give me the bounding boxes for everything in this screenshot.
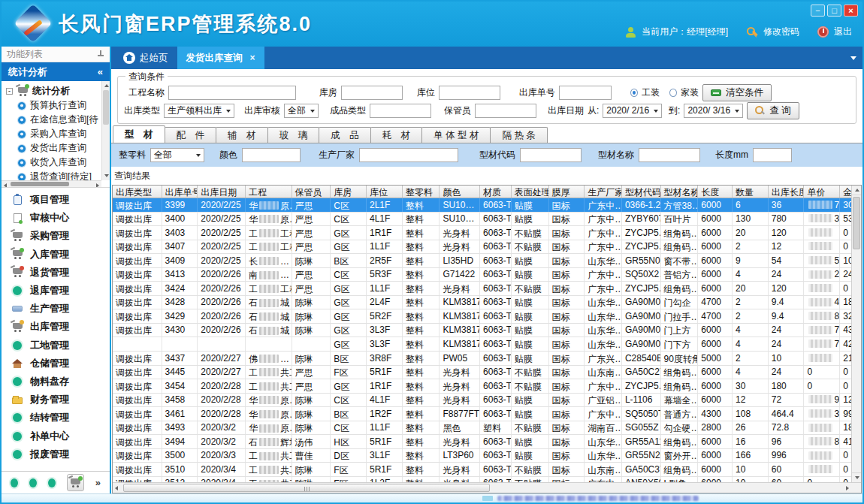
material-tab[interactable]: 型 材 [113,125,165,143]
table-row[interactable]: 调拨出库34942020/3/2石辉城汤伟H区5R1F整料光身料6063-T5贴… [113,435,861,449]
color-input[interactable] [242,148,301,162]
sidebar-item-项目管理[interactable]: 项目管理 [2,191,110,209]
column-header[interactable]: 整零料 [403,186,440,198]
scroll-up-icon[interactable] [855,189,859,192]
profile-name-input[interactable] [639,148,700,162]
table-row[interactable]: 调拨出库34612020/2/28华原…陈琳B区1R2F整料F8877FT606… [113,407,861,421]
column-header[interactable]: 出库单号 [162,186,198,198]
column-header[interactable]: 出库长度 [769,186,805,198]
sidebar-group-header[interactable]: 统计分析 « [2,62,110,81]
date-from-select[interactable]: 2020/ 2/16 [603,104,662,118]
table-vertical-scrollbar[interactable] [851,186,861,482]
change-password-link[interactable]: 修改密码 [763,26,799,38]
material-tab[interactable]: 辅 材 [216,127,268,143]
radio-industrial[interactable] [630,89,638,97]
maker-input[interactable] [359,148,458,162]
material-tab[interactable]: 配 件 [165,127,217,143]
column-header[interactable]: 长度 [698,186,733,198]
dot-icon[interactable] [11,478,18,487]
location-input[interactable] [439,86,500,100]
tree-item[interactable]: 预算执行查询 [6,98,99,113]
product-type-input[interactable] [370,104,431,118]
clear-conditions-button[interactable]: 清空条件 [702,84,772,101]
sidebar-item-入库管理[interactable]: 入库管理 [2,246,110,264]
table-row[interactable]: 调拨出库34372020/2/27佛…陈琳B区3R8F整料PW056063-T5… [113,352,861,366]
date-to-select[interactable]: 2020/ 3/16 [684,104,743,118]
table-row[interactable]: 调拨出库34452020/2/27工共工程严思F区5R1F整料光身料6063-T… [113,366,861,380]
material-tab[interactable]: 隔 热 条 [490,127,547,143]
scrollbar-thumb[interactable] [853,197,860,249]
material-tab[interactable]: 玻 璃 [267,127,320,143]
table-row[interactable]: G区3L3F整料KLM38176063-T5贴膜国标山东华…GA90M09.门下… [113,337,861,352]
column-header[interactable]: 型材名称 [661,186,699,198]
column-header[interactable]: 生产厂家 [585,186,622,198]
scroll-left-icon[interactable] [4,183,7,188]
table-row[interactable]: 调拨出库34302020/2/26石城陈琳G区3L3F整料KLM38176063… [113,324,861,338]
tree-item[interactable]: 在途信息查询[待 [6,113,99,127]
sidebar-item-仓储管理[interactable]: 仓储管理 [2,355,110,373]
sidebar-item-工地管理[interactable]: 工地管理 [2,337,110,355]
tree-expander-icon[interactable]: - [6,88,13,95]
sidebar-item-采购管理[interactable]: 采购管理 [2,227,110,245]
column-header[interactable]: 工程 [246,186,292,198]
scroll-right-icon[interactable] [96,183,99,188]
table-row[interactable]: 调拨出库35002020/3/3工共工程曹佳D区3L1F整料LT3P606063… [113,449,861,463]
table-row[interactable]: 调拨出库35102020/3/4工共工程陈琳F区5R1F整料光身料6063-T5… [113,463,861,477]
scroll-down-icon[interactable] [855,476,859,479]
column-header[interactable]: 保管员 [292,186,331,198]
column-header[interactable]: 膜厚 [549,186,585,198]
dot-icon[interactable] [29,478,37,487]
sidebar-item-结转管理[interactable]: 结转管理 [2,409,110,427]
sidebar-item-出库管理[interactable]: 出库管理 [2,318,110,336]
column-header[interactable]: 出库日期 [198,186,246,198]
search-button[interactable]: 查 询 [747,102,799,119]
table-row[interactable]: 调拨出库34932020/3/2华原…陈琳C区1L1F整料黑色塑料不贴膜国标湖南… [113,421,861,436]
material-tab[interactable]: 耗 材 [370,127,423,143]
scroll-down-icon[interactable] [104,174,109,177]
table-row[interactable]: 调拨出库34132020/2/26南…严思C区5R3F整料G714226063-… [113,268,861,282]
sidebar-item-生产管理[interactable]: 生产管理 [2,300,110,318]
sidebar-item-物料盘存[interactable]: 物料盘存 [2,373,110,391]
tree-horizontal-scrollbar[interactable] [2,180,101,187]
table-row[interactable]: 调拨出库33992020/2/25华原…严思C区2L1F整料SU10…6063-… [113,198,861,213]
dot-icon[interactable] [48,478,56,487]
tree-vertical-scrollbar[interactable] [101,81,110,180]
out-type-select[interactable]: 生产领料出库 [164,104,234,118]
keeper-input[interactable] [475,104,536,118]
column-header[interactable]: 出库类型 [113,186,162,198]
order-no-input[interactable] [559,86,612,100]
tab-overflow-icon[interactable] [850,56,856,60]
table-row[interactable]: 调拨出库34582020/2/28华原…陈琳C区4L1F整料光身料6063-T5… [113,394,861,408]
tab-home[interactable]: 起始页 [114,47,177,69]
material-tab[interactable]: 单 体 型 材 [421,127,491,143]
column-header[interactable]: 数量 [733,186,769,198]
scroll-right-icon[interactable] [846,486,849,490]
table-horizontal-scrollbar[interactable] [113,482,861,493]
pin-icon[interactable] [97,50,104,58]
tree-root[interactable]: - 统计分析 [6,83,99,98]
warehouse-input[interactable] [341,86,403,100]
tree-item[interactable]: 采购入库查询 [6,127,99,141]
sidebar-item-报废管理[interactable]: 报废管理 [2,445,110,463]
audit-select[interactable]: 全部 [284,104,319,118]
scrollbar-thumb[interactable] [11,182,69,186]
sidebar-item-退货管理[interactable]: 退货管理 [2,264,110,282]
more-chevrons[interactable]: » [95,477,101,488]
scroll-up-icon[interactable] [104,84,109,87]
column-header[interactable]: 库位 [367,186,403,198]
column-header[interactable]: 表面处理 [512,186,549,198]
cart-mini-button[interactable] [67,474,83,491]
sidebar-item-审核中心[interactable]: 审核中心 [2,209,110,227]
radio-home[interactable] [669,89,677,97]
column-header[interactable]: 库房 [331,186,367,198]
table-row[interactable]: 调拨出库34092020/2/25长…陈琳B区2R5F整料LI35HD6063-… [113,254,861,268]
profile-code-input[interactable] [520,148,582,162]
table-row[interactable]: 调拨出库34282020/2/26石城陈琳G区2L4F整料KLM38176063… [113,296,861,310]
tab-shipping-outbound-query[interactable]: 发货出库查询 × [177,47,264,69]
scroll-left-icon[interactable] [115,486,118,490]
column-header[interactable]: 颜色 [440,186,480,198]
close-tab-icon[interactable]: × [250,53,255,63]
maximize-button[interactable]: □ [827,5,841,17]
whole-piece-select[interactable]: 全部 [150,148,204,162]
table-row[interactable]: 调拨出库34542020/2/28工共工程严思G区1R1F整料光身料6063-T… [113,379,861,394]
